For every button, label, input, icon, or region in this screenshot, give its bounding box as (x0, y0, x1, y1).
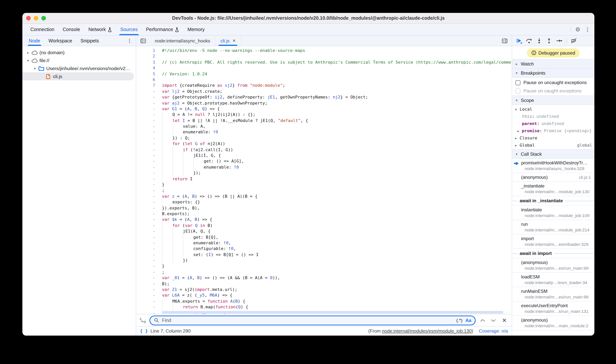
find-previous-button[interactable] (479, 319, 487, 322)
code-line-content[interactable]: configurable: !0, (162, 246, 512, 252)
line-gutter[interactable]: - (136, 106, 155, 112)
code-line-content[interactable]: B); (162, 281, 512, 287)
coverage-link[interactable]: Coverage: n/a (479, 328, 508, 334)
editor-tab-node-internal-async-hooks[interactable]: node:internal/async_hooks (150, 36, 216, 46)
line-gutter[interactable]: - (136, 100, 155, 106)
horizontal-scrollbar-thumb[interactable] (162, 311, 503, 314)
code-line-content[interactable]: var lj2 = Object.create; (162, 89, 512, 94)
line-gutter[interactable]: - (136, 129, 155, 135)
code-line-content[interactable] (162, 77, 512, 83)
scope-group-local[interactable]: ▾Local (512, 106, 594, 113)
step-over-button[interactable] (526, 38, 532, 44)
line-gutter[interactable]: - (136, 164, 155, 170)
find-input[interactable]: Find (.*) Aa (149, 315, 476, 325)
line-gutter[interactable]: - (136, 234, 155, 240)
source-map-link[interactable]: node:internal/modules/esm/module_job:130 (382, 328, 472, 334)
line-gutter[interactable]: - (136, 269, 155, 275)
line-gutter[interactable]: - (136, 141, 155, 147)
close-window-button[interactable] (26, 16, 31, 20)
call-stack-section-header[interactable]: ▾ Call Stack (512, 149, 594, 159)
code-line-content[interactable]: enumerable: !0 (162, 129, 512, 135)
code-line-content[interactable] (162, 65, 512, 71)
code-line-content[interactable]: jE1(I, G, { (162, 153, 512, 158)
replace-toggle-icon[interactable]: AB (140, 317, 146, 323)
code-line-content[interactable]: var L6A = z( (_y5, M6A) => { (162, 293, 512, 299)
more-options-menu-icon[interactable]: ⋮ (585, 26, 591, 33)
code-line-content[interactable]: enumerable: !0, (162, 240, 512, 246)
code-line-content[interactable]: var aj2 = Object.prototype.hasOwnPropert… (162, 100, 512, 106)
line-gutter[interactable]: 1 (136, 48, 155, 54)
match-case-toggle-button[interactable]: Aa (465, 318, 471, 323)
line-gutter[interactable]: - (136, 263, 155, 269)
close-find-bar-button[interactable]: ✕ (502, 317, 507, 324)
line-gutter[interactable]: - (136, 94, 155, 100)
code-line-content[interactable]: set: (I) => B[Q] = () => I (162, 252, 512, 258)
line-gutter[interactable]: 2 (136, 54, 155, 59)
tab-performance[interactable]: Performance (142, 24, 183, 35)
tab-sources[interactable]: Sources (116, 24, 142, 35)
open-in-panel-icon[interactable] (502, 38, 507, 43)
line-gutter[interactable]: - (136, 293, 155, 299)
scope-property-this[interactable]: this:undefined (512, 113, 594, 120)
line-gutter[interactable]: - (136, 188, 155, 194)
code-line-content[interactable]: if (!aj2.call(I, G)) (162, 147, 512, 153)
line-gutter[interactable]: - (136, 217, 155, 223)
line-gutter[interactable]: 4 (136, 65, 155, 71)
line-gutter[interactable]: 6 (136, 77, 155, 83)
line-gutter[interactable]: - (136, 228, 155, 234)
code-line-content[interactable]: var _01 = (A, B) => () => (A && (B = A(A… (162, 275, 512, 281)
line-gutter[interactable]: - (136, 252, 155, 258)
code-line-content[interactable]: var {getPrototypeOf: ij2, defineProperty… (162, 94, 512, 100)
code-line-content[interactable]: for (let G of nj2(A)) (162, 141, 512, 147)
tree-item-file-[interactable]: ▾file:// (22, 56, 136, 65)
call-stack-frame[interactable]: promiseInitHookWithDestroyTr…node:intern… (512, 159, 594, 173)
line-gutter[interactable]: - (136, 123, 155, 129)
code-line-content[interactable]: }).exports, B), (162, 205, 512, 211)
code-line-content[interactable]: }) : Q; (162, 135, 512, 141)
code-line-content[interactable]: }) (162, 258, 512, 263)
code-line-content[interactable]: var z = (A, B) => () => (B || A((B = { (162, 194, 512, 199)
tree-item--no-domain-[interactable]: ▸(no domain) (22, 49, 136, 56)
line-gutter[interactable]: - (136, 275, 155, 281)
line-gutter[interactable]: - (136, 182, 155, 188)
code-line-content[interactable]: B.exports); (162, 211, 512, 217)
code-line-content[interactable]: } (162, 182, 512, 188)
scope-section-header[interactable]: ▾ Scope (512, 95, 594, 105)
settings-gear-icon[interactable]: ⚙ (575, 26, 580, 33)
line-gutter[interactable]: - (136, 258, 155, 263)
call-stack-frame[interactable]: executeUserEntryPointnode:internal/m…s/r… (512, 301, 594, 316)
line-gutter[interactable]: 7 (136, 83, 155, 89)
line-gutter[interactable]: - (136, 170, 155, 176)
watch-section-header[interactable]: ▸ Watch (512, 59, 594, 69)
line-gutter[interactable]: 3 (136, 59, 155, 65)
scope-property-parent[interactable]: parent:undefined (512, 120, 594, 127)
line-gutter[interactable]: - (136, 304, 155, 310)
breakpoints-section-header[interactable]: ▾ Breakpoints (512, 68, 594, 78)
code-line-content[interactable]: var G1 = (A, B, Q) => { (162, 106, 512, 112)
breakpoint-option-row[interactable]: Pause on uncaught exceptions (512, 78, 594, 87)
find-next-button[interactable] (490, 319, 497, 322)
code-line-content[interactable]: value: A, (162, 123, 512, 129)
call-stack-frame[interactable]: instantiatenode:internal/m…module_job:10… (512, 206, 594, 220)
code-line-content[interactable]: for (var Q in B) (162, 222, 512, 228)
code-line-content[interactable]: let I = B || !A || !A.__esModule ? jE1(Q… (162, 117, 512, 123)
line-gutter[interactable]: - (136, 135, 155, 141)
call-stack-frame[interactable]: runMainESMnode:internal/m…es/run_main:98 (512, 287, 594, 301)
tab-memory[interactable]: Memory (183, 24, 209, 35)
line-gutter[interactable]: - (136, 199, 155, 205)
code-line-content[interactable]: import {createRequire as sj2} from "node… (162, 83, 512, 89)
resume-script-button[interactable] (516, 38, 522, 44)
minimize-window-button[interactable] (34, 16, 38, 20)
line-gutter[interactable]: - (136, 112, 155, 118)
code-line-content[interactable]: // Version: 1.0.24 (162, 71, 512, 77)
step-out-button[interactable] (546, 38, 552, 44)
line-gutter[interactable]: - (136, 287, 155, 293)
code-line-content[interactable]: exports: {} (162, 199, 512, 205)
code-line-content[interactable]: ; (162, 269, 512, 275)
deactivate-breakpoints-button[interactable] (571, 38, 577, 44)
scope-group-global[interactable]: ▸Globalglobal (512, 142, 594, 149)
code-line-content[interactable]: // (c) Anthropic PBC. All rights reserve… (162, 59, 512, 65)
sidebar-tab-node[interactable]: Node (25, 36, 44, 46)
step-button[interactable] (556, 38, 562, 44)
pretty-print-icon[interactable]: { } (140, 328, 148, 334)
